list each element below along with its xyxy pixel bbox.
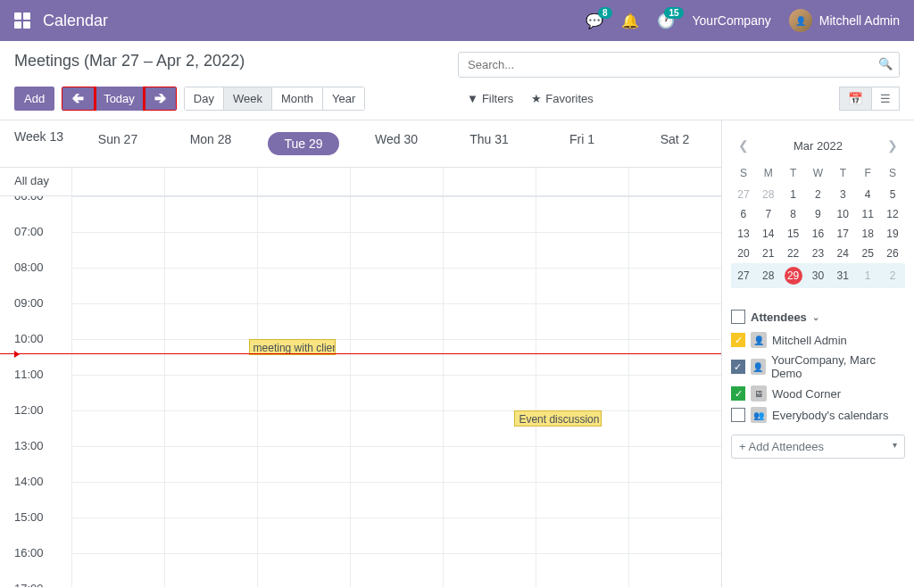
messages-icon[interactable]: 💬8 (586, 12, 603, 29)
company-selector[interactable]: YourCompany (693, 13, 771, 28)
attendee-item[interactable]: ✓🖥Wood Corner (731, 383, 905, 404)
time-cell[interactable] (164, 340, 257, 375)
time-cell[interactable] (350, 376, 443, 410)
time-cell[interactable] (536, 233, 628, 268)
search-input[interactable] (458, 52, 900, 78)
time-cell[interactable] (443, 340, 536, 375)
time-cell[interactable] (164, 483, 257, 518)
minical-day[interactable]: 1 (855, 263, 880, 288)
time-cell[interactable] (350, 518, 443, 553)
minical-day[interactable]: 27 (731, 185, 756, 204)
time-cell[interactable] (164, 269, 257, 303)
scale-month-button[interactable]: Month (272, 87, 323, 111)
time-cell[interactable] (628, 411, 721, 446)
time-cell[interactable] (443, 483, 536, 518)
time-cell[interactable] (628, 304, 721, 339)
time-cell[interactable] (350, 197, 443, 232)
time-cell[interactable] (257, 269, 350, 303)
allday-cell[interactable] (71, 168, 164, 195)
allday-cell[interactable] (350, 168, 443, 195)
time-cell[interactable] (257, 376, 350, 410)
time-cell[interactable] (257, 304, 350, 339)
time-cell[interactable] (628, 340, 721, 375)
attendee-checkbox[interactable] (731, 408, 745, 422)
scale-week-button[interactable]: Week (224, 87, 272, 111)
time-cell[interactable] (71, 269, 164, 303)
time-cell[interactable] (257, 447, 350, 482)
minical-day[interactable]: 18 (855, 224, 880, 244)
allday-cell[interactable] (536, 168, 628, 195)
minical-day[interactable]: 3 (830, 185, 855, 204)
time-cell[interactable] (71, 340, 164, 375)
minical-day[interactable]: 26 (880, 244, 905, 263)
day-header[interactable]: Thu 31 (443, 129, 536, 158)
attendee-item[interactable]: 👥Everybody's calendars (731, 404, 905, 426)
day-header[interactable]: Tue 29 (257, 129, 350, 158)
time-cell[interactable] (71, 376, 164, 410)
time-cell[interactable] (71, 447, 164, 482)
search-icon[interactable]: 🔍 (878, 57, 893, 70)
next-button[interactable]: 🡲 (145, 87, 177, 111)
minical-day[interactable]: 12 (880, 204, 905, 224)
minical-day[interactable]: 5 (880, 185, 905, 204)
time-cell[interactable] (257, 197, 350, 232)
day-header[interactable]: Fri 1 (536, 129, 628, 158)
time-cell[interactable] (257, 483, 350, 518)
time-cell[interactable] (628, 447, 721, 482)
app-title[interactable]: Calendar (43, 12, 108, 30)
minical-day[interactable]: 23 (806, 244, 831, 263)
minical-day[interactable]: 10 (830, 204, 855, 224)
day-header[interactable]: Wed 30 (350, 129, 443, 158)
day-header[interactable]: Sat 2 (628, 129, 721, 158)
time-cell[interactable] (350, 233, 443, 268)
time-cell[interactable] (628, 483, 721, 518)
time-cell[interactable] (536, 483, 628, 518)
minical-day[interactable]: 2 (806, 185, 831, 204)
favorites-button[interactable]: ★Favorites (522, 88, 602, 109)
filters-button[interactable]: ▼Filters (458, 88, 522, 109)
time-cell[interactable] (350, 554, 443, 587)
list-view-button[interactable]: ☰ (872, 87, 900, 111)
time-cell[interactable] (536, 376, 628, 410)
time-cell[interactable] (536, 554, 628, 587)
time-cell[interactable] (350, 411, 443, 446)
time-cell[interactable] (71, 304, 164, 339)
minical-day[interactable]: 6 (731, 204, 756, 224)
minical-day[interactable]: 21 (756, 244, 781, 263)
time-cell[interactable] (71, 233, 164, 268)
activities-icon[interactable]: 🕐15 (657, 12, 675, 29)
time-cell[interactable] (164, 447, 257, 482)
attendee-checkbox[interactable]: ✓ (731, 360, 745, 374)
minical-day[interactable]: 31 (830, 263, 855, 288)
calendar-event[interactable]: Event discussion (514, 410, 601, 427)
allday-cell[interactable] (443, 168, 536, 195)
minical-day[interactable]: 11 (855, 204, 880, 224)
day-header[interactable]: Sun 27 (71, 129, 164, 158)
time-cell[interactable] (443, 197, 536, 232)
minical-day[interactable]: 1 (781, 185, 806, 204)
time-cell[interactable] (350, 304, 443, 339)
minical-day[interactable]: 27 (731, 263, 756, 288)
minical-day[interactable]: 4 (855, 185, 880, 204)
minical-day[interactable]: 19 (880, 224, 905, 244)
minical-day[interactable]: 7 (756, 204, 781, 224)
time-cell[interactable] (628, 554, 721, 587)
minical-prev[interactable]: ❮ (735, 135, 752, 156)
allday-cell[interactable] (257, 168, 350, 195)
attendees-checkbox[interactable] (731, 310, 745, 324)
attendee-checkbox[interactable]: ✓ (731, 333, 745, 347)
time-cell[interactable] (628, 197, 721, 232)
minical-day[interactable]: 25 (855, 244, 880, 263)
time-cell[interactable] (71, 554, 164, 587)
time-cell[interactable] (164, 233, 257, 268)
minical-day[interactable]: 16 (806, 224, 831, 244)
day-header[interactable]: Mon 28 (164, 129, 257, 158)
time-cell[interactable] (443, 269, 536, 303)
time-cell[interactable] (628, 376, 721, 410)
time-cell[interactable] (71, 411, 164, 446)
time-cell[interactable] (350, 483, 443, 518)
time-cell[interactable] (71, 197, 164, 232)
minical-day[interactable]: 9 (806, 204, 831, 224)
time-cell[interactable] (164, 197, 257, 232)
time-cell[interactable] (628, 518, 721, 553)
